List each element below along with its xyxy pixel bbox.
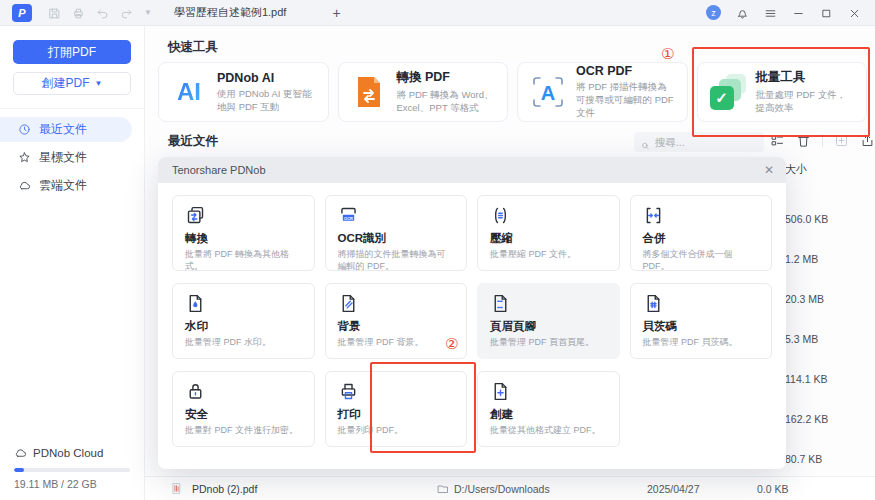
quick-tool-card-1[interactable]: AIPDNob AI使用 PDNob AI 更智能地與 PDF 互動 — [158, 62, 329, 122]
tool-title: 安全 — [185, 407, 302, 422]
ocr-icon: OCR — [338, 205, 359, 226]
compress-icon — [490, 205, 511, 226]
convert-pdf-icon — [351, 74, 387, 110]
card-title: PDNob AI — [217, 71, 316, 85]
modal-tool-watermark[interactable]: 水印批量管理 PDF 水印。 — [172, 283, 315, 359]
sidebar-item-label: 星標文件 — [39, 149, 87, 166]
cloud-label: PDNob Cloud — [33, 447, 103, 459]
chevron-down-icon[interactable]: ▼ — [144, 8, 152, 17]
file-size-value: 5.3 MB — [785, 319, 875, 359]
add-file-icon[interactable] — [834, 133, 849, 148]
quick-tool-card-2[interactable]: 轉換 PDF將 PDF 轉換為 Word、Excel、PPT 等格式 — [338, 62, 509, 122]
tool-desc: 批量管理 PDF 頁首頁尾。 — [490, 336, 607, 348]
modal-title: Tenorshare PDNob — [172, 164, 266, 176]
size-column: 大小 506.0 KB1.2 MB20.3 MB5.3 MB114.1 KB16… — [785, 162, 875, 479]
modal-tool-background[interactable]: 背景批量管理 PDF 背景。 — [325, 283, 468, 359]
modal-tool-headerfooter[interactable]: 頁眉頁腳批量管理 PDF 頁首頁尾。 — [477, 283, 620, 359]
redo-icon[interactable] — [120, 6, 133, 19]
recent-files-title: 最近文件 — [168, 133, 218, 150]
tool-title: 合併 — [643, 231, 760, 246]
ocr-pdf-icon: A — [530, 74, 566, 110]
file-name: PDnob (2).pdf — [192, 483, 437, 495]
modal-tool-merge[interactable]: 合併將多個文件合併成一個 PDF。 — [630, 195, 773, 271]
tool-desc: 批量管理 PDF 水印。 — [185, 336, 302, 348]
tool-title: 打印 — [338, 407, 455, 422]
close-icon[interactable] — [848, 6, 861, 19]
app-logo-icon[interactable]: P — [12, 4, 32, 22]
sidebar-item-3[interactable]: 雲端文件 — [0, 173, 132, 198]
file-date: 2025/04/27 — [647, 483, 757, 495]
view-toggle-icon[interactable] — [770, 133, 785, 148]
modal-header[interactable]: Tenorshare PDNob ✕ — [158, 157, 786, 183]
divider — [0, 108, 144, 109]
card-desc: 將 PDF 掃描件轉換為可搜尋或可編輯的 PDF 文件 — [576, 81, 675, 119]
card-title: 轉換 PDF — [397, 69, 496, 86]
trash-icon[interactable] — [796, 133, 811, 148]
file-size-value: 1.2 MB — [785, 239, 875, 279]
watermark-icon — [185, 293, 206, 314]
maximize-icon[interactable] — [820, 6, 833, 19]
search-icon — [641, 137, 650, 147]
modal-tool-print[interactable]: 打印批量列印 PDF。 — [325, 371, 468, 447]
annotation-number-1: ① — [661, 45, 674, 63]
file-row[interactable]: PDnob (2).pdf D:/Users/Downloads 2025/04… — [145, 476, 875, 500]
sidebar-item-1[interactable]: 最近文件 — [0, 117, 132, 142]
card-desc: 使用 PDNob AI 更智能地與 PDF 互動 — [217, 88, 316, 114]
undo-icon[interactable] — [96, 6, 109, 19]
save-icon[interactable] — [48, 6, 61, 19]
tool-desc: 批量對 PDF 文件進行加密。 — [185, 424, 302, 436]
tool-title: 背景 — [338, 319, 455, 334]
file-size-value: 114.1 KB — [785, 359, 875, 399]
open-pdf-button[interactable]: 打開PDF — [13, 40, 131, 64]
close-icon[interactable]: ✕ — [764, 163, 774, 177]
document-tab[interactable]: 學習歷程自述範例1.pdf — [174, 5, 286, 20]
svg-text:A: A — [541, 82, 555, 104]
cloud-icon — [14, 446, 27, 460]
tool-title: 轉換 — [185, 231, 302, 246]
export-icon[interactable] — [860, 133, 875, 148]
tool-title: 水印 — [185, 319, 302, 334]
search-input[interactable] — [655, 136, 757, 148]
modal-tool-bates[interactable]: 貝茨碼批量管理 PDF 貝茨碼。 — [630, 283, 773, 359]
pdf-file-icon — [170, 482, 183, 495]
background-icon — [338, 293, 359, 314]
create-pdf-button[interactable]: 創建PDF ▼ — [13, 72, 131, 95]
modal-tool-ocr[interactable]: OCROCR識別將掃描的文件批量轉換為可編輯的 PDF。 — [325, 195, 468, 271]
tool-desc: 批量管理 PDF 背景。 — [338, 336, 455, 348]
menu-icon[interactable] — [764, 6, 777, 19]
avatar[interactable]: z — [706, 5, 721, 20]
card-desc: 批量處理 PDF 文件，提高效率 — [756, 89, 855, 115]
sidebar-item-2[interactable]: 星標文件 — [0, 145, 132, 170]
tool-title: OCR識別 — [338, 231, 455, 246]
titlebar: P ▼ 學習歷程自述範例1.pdf + z — [0, 0, 875, 26]
modal-tool-convert[interactable]: 轉換批量將 PDF 轉換為其他格式。 — [172, 195, 315, 271]
merge-icon — [643, 205, 664, 226]
file-size: 0.0 KB — [757, 483, 789, 495]
file-size-value: 80.7 KB — [785, 439, 875, 479]
batch-tools-modal: Tenorshare PDNob ✕ 轉換批量將 PDF 轉換為其他格式。OCR… — [158, 157, 786, 469]
cloud-icon — [18, 179, 31, 192]
file-size-value: 506.0 KB — [785, 199, 875, 239]
bell-icon[interactable] — [736, 6, 749, 19]
clock-icon — [18, 123, 31, 136]
sidebar: 打開PDF 創建PDF ▼ 最近文件星標文件雲端文件 PDNob Cloud 1… — [0, 26, 145, 500]
new-tab-button[interactable]: + — [332, 5, 340, 21]
batch-tools-icon: ✓ — [710, 74, 746, 110]
print-icon[interactable] — [72, 6, 85, 19]
minimize-icon[interactable] — [792, 6, 805, 19]
folder-icon — [437, 483, 449, 495]
lock-icon — [185, 381, 206, 402]
quick-tool-card-4[interactable]: ✓批量工具批量處理 PDF 文件，提高效率 — [697, 62, 868, 122]
tool-desc: 批量壓縮 PDF 文件。 — [490, 248, 607, 260]
search-box[interactable] — [634, 132, 764, 152]
headerfooter-icon — [490, 293, 511, 314]
convert-icon — [185, 205, 206, 226]
modal-tool-lock[interactable]: 安全批量對 PDF 文件進行加密。 — [172, 371, 315, 447]
quick-tool-card-3[interactable]: AOCR PDF將 PDF 掃描件轉換為可搜尋或可編輯的 PDF 文件 — [517, 62, 688, 122]
card-desc: 將 PDF 轉換為 Word、Excel、PPT 等格式 — [397, 89, 496, 115]
modal-tool-compress[interactable]: 壓縮批量壓縮 PDF 文件。 — [477, 195, 620, 271]
tool-desc: 將掃描的文件批量轉換為可編輯的 PDF。 — [338, 248, 455, 272]
tool-desc: 批量管理 PDF 貝茨碼。 — [643, 336, 760, 348]
modal-tool-create[interactable]: 創建批量從其他格式建立 PDF。 — [477, 371, 620, 447]
card-title: OCR PDF — [576, 64, 675, 78]
